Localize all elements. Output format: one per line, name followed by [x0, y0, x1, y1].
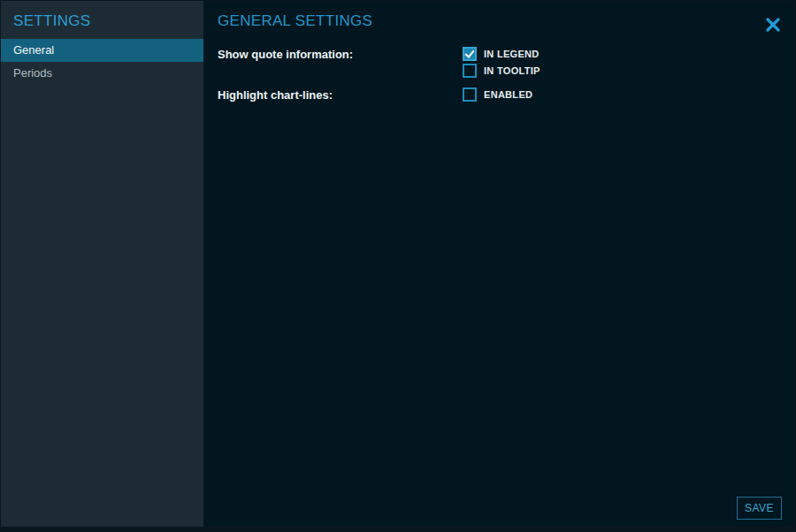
setting-label: Show quote information:: [218, 47, 463, 62]
page-background: SETTINGS General Periods GENERAL SETTING…: [0, 0, 796, 532]
setting-label: Highlight chart-lines:: [218, 87, 463, 103]
setting-row-highlight-chart-lines: Highlight chart-lines: ENABLED: [218, 87, 781, 103]
main-panel: GENERAL SETTINGS Show quote information:…: [203, 1, 795, 527]
checkbox-label: ENABLED: [484, 89, 532, 100]
sidebar-title: SETTINGS: [1, 1, 203, 39]
page-title: GENERAL SETTINGS: [218, 1, 781, 30]
checkbox-label: IN TOOLTIP: [484, 65, 540, 76]
setting-row-quote-info: Show quote information: IN LEGEND IN TOO…: [218, 47, 781, 78]
settings-dialog: SETTINGS General Periods GENERAL SETTING…: [1, 1, 795, 527]
checkbox-in-tooltip[interactable]: [463, 64, 477, 78]
close-button[interactable]: [763, 15, 783, 34]
sidebar: SETTINGS General Periods: [1, 1, 203, 527]
save-button[interactable]: SAVE: [737, 497, 782, 520]
close-icon: [765, 17, 781, 33]
option-group: IN LEGEND IN TOOLTIP: [463, 47, 540, 78]
option-group: ENABLED: [463, 87, 532, 102]
sidebar-item-periods[interactable]: Periods: [1, 62, 203, 85]
settings-form: Show quote information: IN LEGEND IN TOO…: [218, 47, 781, 103]
sidebar-item-general[interactable]: General: [1, 39, 203, 62]
option-in-tooltip[interactable]: IN TOOLTIP: [463, 64, 540, 78]
checkbox-label: IN LEGEND: [484, 49, 540, 59]
checkbox-enabled[interactable]: [463, 87, 477, 102]
checkbox-in-legend[interactable]: [463, 47, 477, 61]
option-in-legend[interactable]: IN LEGEND: [463, 47, 540, 61]
option-enabled[interactable]: ENABLED: [463, 87, 532, 102]
